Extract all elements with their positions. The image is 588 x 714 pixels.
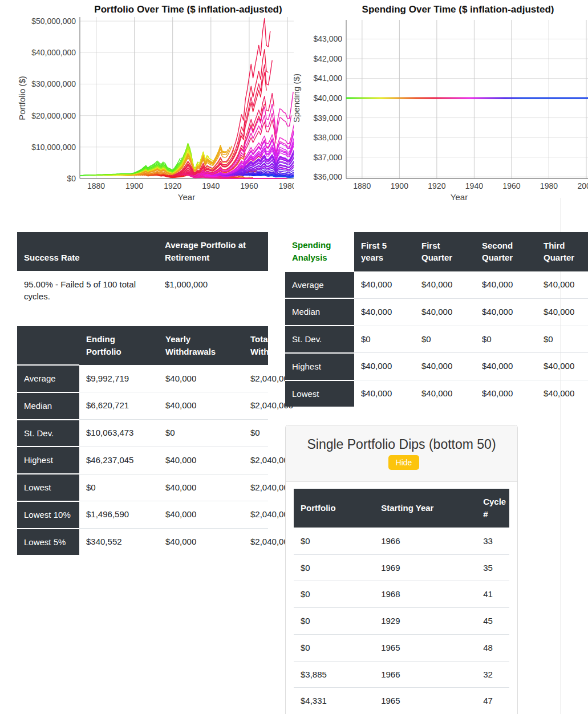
cell-value: 1965 — [374, 634, 476, 661]
cell-value: 1929 — [374, 608, 476, 635]
single-portfolio-dips-panel: Single Portfolio Dips (bottom 50) Hide P… — [285, 425, 518, 714]
cell-value: $3,885 — [294, 661, 374, 688]
row-label: Lowest 5% — [17, 529, 79, 555]
svg-text:Year: Year — [178, 192, 195, 202]
cell-value: $40,000 — [475, 271, 537, 299]
cell-value: $0 — [294, 554, 374, 581]
avg-portfolio-header: Average Portfolio at Retirement — [158, 232, 268, 271]
svg-text:Year: Year — [451, 192, 468, 202]
cell-value: $40,000 — [537, 271, 588, 299]
cell-value: $2,040,000 — [244, 501, 268, 529]
cell-value: $2,040,000 — [244, 365, 268, 392]
table-row: Lowest 10%$1,496,590$40,000$2,040,000 — [17, 501, 268, 529]
hide-button[interactable]: Hide — [388, 455, 420, 470]
cell-value: $2,040,000 — [244, 447, 268, 474]
cell-value: $40,000 — [415, 380, 475, 407]
svg-text:1960: 1960 — [240, 181, 258, 190]
svg-text:2000: 2000 — [577, 181, 588, 190]
cell-value: $0 — [294, 528, 374, 554]
table-header-row: Success Rate Average Portfolio at Retire… — [17, 232, 268, 271]
row-label: Lowest — [17, 474, 79, 501]
cell-value: $0 — [294, 634, 374, 661]
cell-value: $0 — [415, 326, 475, 353]
svg-text:Portfolio ($): Portfolio ($) — [17, 76, 27, 120]
cell-value: $46,237,045 — [79, 447, 159, 474]
first-5-years-header: First 5 years — [354, 232, 415, 271]
table-row: $0196841 — [294, 581, 509, 608]
avg-portfolio-value: $1,000,000 — [158, 271, 268, 310]
cell-value: $40,000 — [159, 392, 244, 420]
cell-value: 48 — [476, 634, 509, 661]
cell-value: $2,040,000 — [244, 474, 268, 501]
svg-text:$0: $0 — [67, 174, 76, 183]
cell-value: $6,620,721 — [79, 392, 159, 420]
table-header-row: Ending Portfolio Yearly Withdrawals Tota… — [17, 326, 268, 365]
portfolio-header: Portfolio — [294, 489, 374, 528]
row-label: Average — [17, 365, 79, 392]
cell-value: $40,000 — [475, 380, 537, 407]
row-label: St. Dev. — [285, 326, 354, 353]
cell-value: $40,000 — [415, 353, 475, 380]
portfolio-stats-table: Ending Portfolio Yearly Withdrawals Tota… — [17, 326, 268, 555]
svg-text:$50,000,000: $50,000,000 — [31, 17, 76, 26]
table-row: Median$40,000$40,000$40,000$40,000$40,00… — [285, 298, 588, 326]
table-header-row: Portfolio Starting Year Cycle # — [294, 489, 509, 528]
table-row: St. Dev.$0$0$0$0$0 — [285, 326, 588, 353]
cell-value: $2,040,000 — [244, 529, 268, 555]
cell-value: $40,000 — [159, 447, 244, 474]
svg-text:1920: 1920 — [164, 181, 181, 190]
svg-text:$39,000: $39,000 — [313, 113, 342, 123]
svg-text:1880: 1880 — [353, 181, 371, 190]
table-row: 95.00% - Failed 5 of 100 total cycles. $… — [17, 271, 268, 310]
success-rate-table: Success Rate Average Portfolio at Retire… — [17, 232, 268, 310]
svg-text:1980: 1980 — [278, 181, 294, 190]
table-row: Highest$46,237,045$40,000$2,040,000 — [17, 447, 268, 474]
row-label: Highest — [285, 353, 354, 380]
svg-text:$40,000,000: $40,000,000 — [31, 48, 76, 57]
cell-value: $40,000 — [537, 298, 588, 326]
cell-value: $2,040,000 — [244, 392, 268, 420]
table-header-row: Spending Analysis First 5 years First Qu… — [285, 232, 588, 271]
cell-value: $0 — [537, 326, 588, 353]
cell-value: 1966 — [374, 528, 476, 554]
cell-value: $40,000 — [537, 380, 588, 407]
svg-text:$20,000,000: $20,000,000 — [31, 111, 76, 120]
row-label: Median — [17, 392, 79, 420]
cell-value: $0 — [79, 474, 159, 501]
cell-value: $40,000 — [354, 380, 415, 407]
svg-text:1940: 1940 — [465, 181, 483, 190]
cell-value: 33 — [476, 528, 509, 554]
spending-analysis-table: Spending Analysis First 5 years First Qu… — [285, 232, 588, 407]
cell-value: $9,992,719 — [79, 365, 159, 392]
table-row: $4,331196547 — [294, 688, 509, 714]
success-rate-value: 95.00% - Failed 5 of 100 total cycles. — [17, 271, 158, 310]
cell-value: 1969 — [374, 554, 476, 581]
starting-year-header: Starting Year — [374, 489, 476, 528]
table-row: Average$9,992,719$40,000$2,040,000 — [17, 365, 268, 392]
cell-value: $0 — [294, 581, 374, 608]
svg-text:$36,000: $36,000 — [313, 172, 342, 181]
cell-value: 45 — [476, 608, 509, 635]
yearly-withdrawals-header: Yearly Withdrawals — [159, 326, 244, 365]
table-row: $3,885196632 — [294, 661, 509, 688]
cell-value: $40,000 — [159, 365, 244, 392]
cell-value: 1965 — [374, 688, 476, 714]
spending-over-time-chart: $36,000$37,000$38,000$39,000$40,000$41,0… — [294, 0, 588, 205]
svg-text:Portfolio Over Time ($ inflati: Portfolio Over Time ($ inflation-adjuste… — [94, 4, 282, 15]
table-row: Lowest 5%$340,552$40,000$2,040,000 — [17, 529, 268, 555]
cell-value: 47 — [476, 688, 509, 714]
cell-value: $0 — [475, 326, 537, 353]
cell-value: $40,000 — [475, 353, 537, 380]
svg-text:$42,000: $42,000 — [313, 54, 342, 63]
total-withdrawals-header: Total Withdrawals — [244, 326, 268, 365]
success-rate-header: Success Rate — [17, 232, 158, 271]
table-row: $0196548 — [294, 634, 509, 661]
row-label: Lowest 10% — [17, 501, 79, 529]
svg-text:Spending Over Time ($ inflatio: Spending Over Time ($ inflation-adjusted… — [362, 4, 554, 15]
cell-value: $1,496,590 — [79, 501, 159, 529]
cell-value: 35 — [476, 554, 509, 581]
svg-text:1900: 1900 — [391, 181, 408, 190]
cell-value: 41 — [476, 581, 509, 608]
svg-text:$38,000: $38,000 — [313, 133, 342, 142]
table-row: St. Dev.$10,063,473$0$0 — [17, 420, 268, 447]
